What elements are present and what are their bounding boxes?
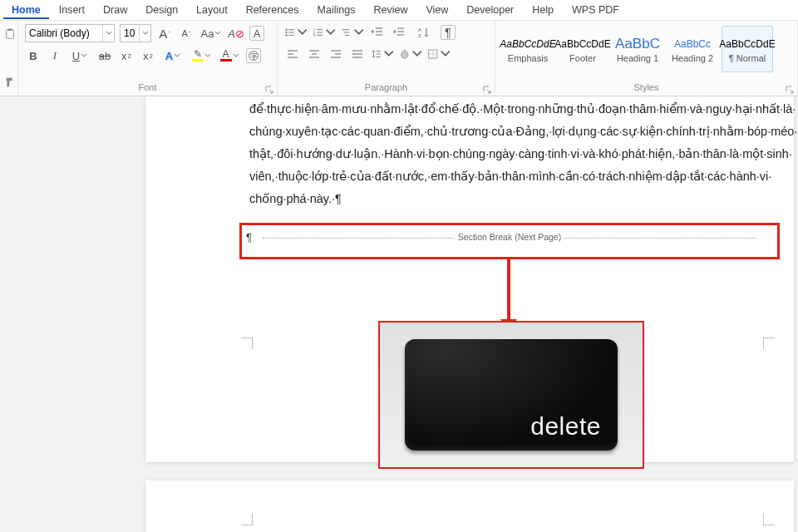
- font-name-input[interactable]: [26, 25, 102, 42]
- font-name-combo[interactable]: [25, 24, 115, 42]
- superscript-button[interactable]: x2: [140, 47, 156, 64]
- character-border-icon[interactable]: A: [249, 26, 264, 41]
- text-line[interactable]: chống·phá·này.·¶: [249, 188, 781, 210]
- tab-help[interactable]: Help: [524, 2, 562, 19]
- shrink-font-icon[interactable]: Aˆ: [178, 25, 195, 42]
- annotation-arrow-icon: [507, 259, 510, 321]
- sort-icon[interactable]: AZ: [412, 24, 436, 41]
- document-body-text[interactable]: để·thực·hiện·âm·mưu·nhằm·lật·đổ·chế·độ.·…: [249, 98, 781, 210]
- style-footer[interactable]: AaBbCcDdE Footer: [557, 26, 608, 72]
- italic-button[interactable]: I: [47, 47, 63, 64]
- font-size-combo[interactable]: [120, 24, 151, 42]
- delete-key-icon: delete: [405, 339, 618, 451]
- svg-rect-0: [7, 30, 14, 39]
- chevron-down-icon[interactable]: [102, 25, 114, 42]
- svg-point-2: [285, 29, 287, 31]
- group-paragraph: 123 AZ ¶ Paragraph: [278, 21, 495, 96]
- highlight-color-icon[interactable]: ✎: [190, 47, 213, 64]
- shading-icon[interactable]: [399, 46, 422, 62]
- group-font: Aˆ Aˆ Aa A⊘ A B I U ab x2 x2 A ✎ A 字 Fon…: [18, 21, 278, 96]
- crop-mark-icon: [241, 514, 253, 525]
- pilcrow-icon: ¶: [246, 231, 252, 244]
- enclose-char-icon[interactable]: 字: [246, 48, 261, 63]
- section-break-marker[interactable]: ¶ Section Break (Next Page): [246, 238, 773, 239]
- tab-draw[interactable]: Draw: [95, 2, 135, 19]
- svg-text:3: 3: [313, 33, 316, 37]
- text-line[interactable]: chúng·xuyên·tạc·các·quan·điểm,·chủ·trươn…: [249, 121, 781, 143]
- crop-mark-icon: [763, 514, 775, 525]
- chevron-down-icon[interactable]: [139, 25, 150, 42]
- format-painter-icon[interactable]: [2, 74, 18, 91]
- decrease-indent-icon[interactable]: [369, 24, 386, 41]
- crop-mark-icon: [241, 337, 253, 349]
- tab-wps-pdf[interactable]: WPS PDF: [564, 2, 628, 19]
- document-canvas[interactable]: để·thực·hiện·âm·mưu·nhằm·lật·đổ·chế·độ.·…: [0, 96, 798, 532]
- tab-mailings[interactable]: Mailings: [309, 2, 364, 19]
- change-case-icon[interactable]: Aa: [200, 25, 223, 42]
- delete-key-label: delete: [530, 412, 601, 441]
- style-heading-2[interactable]: AaBbCc Heading 2: [667, 26, 718, 72]
- annotation-delete-key: delete: [378, 321, 644, 469]
- text-effects-icon[interactable]: A: [161, 47, 185, 64]
- show-hide-button[interactable]: ¶: [441, 25, 456, 40]
- dialog-launcher-icon[interactable]: [483, 86, 491, 94]
- dialog-launcher-icon[interactable]: [265, 86, 273, 94]
- increase-indent-icon[interactable]: [391, 24, 407, 41]
- align-right-icon[interactable]: [328, 46, 344, 62]
- grow-font-icon[interactable]: Aˆ: [156, 25, 173, 42]
- bullets-icon[interactable]: [284, 24, 308, 41]
- svg-point-4: [285, 34, 287, 36]
- style-emphasis[interactable]: AaBbCcDdE Emphasis: [502, 26, 554, 72]
- tab-design[interactable]: Design: [137, 2, 186, 19]
- clear-formatting-icon[interactable]: A⊘: [228, 25, 244, 42]
- dialog-launcher-icon[interactable]: [786, 86, 794, 94]
- section-break-label: Section Break (Next Page): [455, 232, 564, 242]
- numbering-icon[interactable]: 123: [313, 24, 336, 41]
- tab-layout[interactable]: Layout: [188, 2, 236, 19]
- text-line[interactable]: viên,·thuộc·lớp·trẻ·của·đất·nước,·em·thấ…: [249, 165, 781, 188]
- style-normal[interactable]: AaBbCcDdE ¶ Normal: [722, 26, 773, 72]
- font-size-input[interactable]: [121, 25, 139, 42]
- strikethrough-button[interactable]: ab: [96, 47, 113, 64]
- group-label-styles: Styles: [495, 81, 797, 96]
- tab-references[interactable]: References: [238, 2, 308, 19]
- style-heading-1[interactable]: AaBbC Heading 1: [612, 26, 663, 72]
- justify-icon[interactable]: [349, 46, 366, 62]
- tab-insert[interactable]: Insert: [51, 2, 93, 19]
- multilevel-list-icon[interactable]: [341, 24, 364, 41]
- clipboard-mini: [0, 21, 18, 96]
- tab-review[interactable]: Review: [365, 2, 416, 19]
- tab-developer[interactable]: Developer: [458, 2, 522, 19]
- tab-home[interactable]: Home: [3, 2, 49, 19]
- tab-view[interactable]: View: [417, 2, 456, 19]
- paste-icon[interactable]: [2, 26, 18, 42]
- group-styles: AaBbCcDdE Emphasis AaBbCcDdE Footer AaBb…: [495, 21, 798, 96]
- line-spacing-icon[interactable]: [371, 46, 394, 62]
- bold-button[interactable]: B: [25, 47, 42, 64]
- font-color-icon[interactable]: A: [218, 47, 241, 64]
- group-label-font: Font: [18, 81, 277, 96]
- svg-text:A: A: [418, 27, 421, 32]
- svg-point-3: [285, 32, 287, 33]
- text-line[interactable]: thật,·đôi·hướng·dư·luận.·Hành·vi·bọn·chú…: [249, 143, 781, 165]
- underline-button[interactable]: U: [68, 47, 91, 64]
- ribbon-tabs: Home Insert Draw Design Layout Reference…: [0, 0, 798, 20]
- crop-mark-icon: [763, 337, 775, 349]
- svg-rect-1: [7, 28, 12, 31]
- text-line[interactable]: để·thực·hiện·âm·mưu·nhằm·lật·đổ·chế·độ.·…: [249, 98, 781, 121]
- align-left-icon[interactable]: [284, 46, 301, 62]
- ribbon: Aˆ Aˆ Aa A⊘ A B I U ab x2 x2 A ✎ A 字 Fon…: [0, 20, 798, 96]
- align-center-icon[interactable]: [306, 46, 323, 62]
- group-label-paragraph: Paragraph: [278, 81, 495, 96]
- borders-icon[interactable]: [427, 46, 451, 62]
- subscript-button[interactable]: x2: [118, 47, 135, 64]
- svg-text:Z: Z: [418, 33, 421, 38]
